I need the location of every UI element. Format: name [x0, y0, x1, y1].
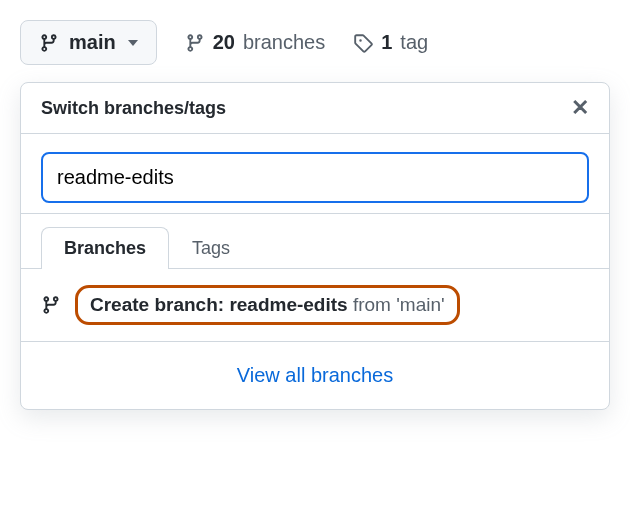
- tab-tags[interactable]: Tags: [169, 227, 253, 269]
- tags-link[interactable]: 1 tag: [353, 31, 428, 54]
- branch-selector-button[interactable]: main: [20, 20, 157, 65]
- create-branch-label: Create branch: readme-edits from 'main': [75, 285, 460, 325]
- branch-icon: [39, 33, 59, 53]
- branches-link[interactable]: 20 branches: [185, 31, 326, 54]
- close-icon[interactable]: ✕: [571, 97, 589, 119]
- popover-title: Switch branches/tags: [41, 98, 226, 119]
- branch-icon: [185, 33, 205, 53]
- branch-icon: [41, 295, 61, 315]
- tab-branches[interactable]: Branches: [41, 227, 169, 269]
- branch-switcher-popover: Switch branches/tags ✕ Branches Tags Cre…: [20, 82, 610, 410]
- branch-selector-label: main: [69, 31, 116, 54]
- tags-count: 1: [381, 31, 392, 54]
- create-branch-item[interactable]: Create branch: readme-edits from 'main': [21, 269, 609, 342]
- caret-down-icon: [128, 40, 138, 46]
- tags-label: tag: [400, 31, 428, 54]
- tag-icon: [353, 33, 373, 53]
- branch-search-input[interactable]: [41, 152, 589, 203]
- branches-count: 20: [213, 31, 235, 54]
- view-all-branches-link[interactable]: View all branches: [21, 342, 609, 409]
- branches-label: branches: [243, 31, 325, 54]
